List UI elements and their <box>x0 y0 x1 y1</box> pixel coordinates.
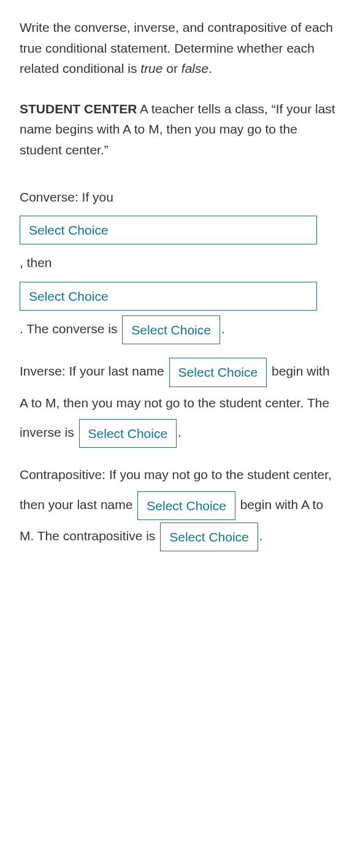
inverse-lead: Inverse: If your last name <box>20 364 168 379</box>
converse-period: . <box>221 322 225 336</box>
contrapositive-select-2[interactable]: Select Choice <box>160 523 258 551</box>
converse-select-3[interactable]: Select Choice <box>122 315 220 344</box>
inverse-select-1[interactable]: Select Choice <box>169 358 267 387</box>
converse-then: , then <box>20 255 52 270</box>
inverse-section: Inverse: If your last name Select Choice… <box>20 357 335 449</box>
contrapositive-select-1[interactable]: Select Choice <box>137 491 235 520</box>
false-word: false <box>181 61 208 75</box>
inverse-period: . <box>178 425 181 439</box>
converse-select-1[interactable]: Select Choice <box>20 216 317 244</box>
contrapositive-section: Contrapositive: If you may not go to the… <box>20 460 335 553</box>
contrapositive-period: . <box>259 529 263 543</box>
converse-lead: Converse: If you <box>20 190 113 204</box>
converse-section: Converse: If you Select Choice , then Se… <box>20 183 335 346</box>
converse-select-2[interactable]: Select Choice <box>20 282 317 311</box>
or-word: or <box>162 61 181 75</box>
instructions-block: Write the converse, inverse, and contrap… <box>20 17 335 79</box>
true-word: true <box>140 61 162 75</box>
instructions-period: . <box>208 61 212 75</box>
converse-after: . The converse is <box>20 322 121 336</box>
context-heading: STUDENT CENTER <box>20 102 137 116</box>
problem-context: STUDENT CENTER A teacher tells a class, … <box>20 99 335 160</box>
inverse-select-2[interactable]: Select Choice <box>79 419 177 448</box>
